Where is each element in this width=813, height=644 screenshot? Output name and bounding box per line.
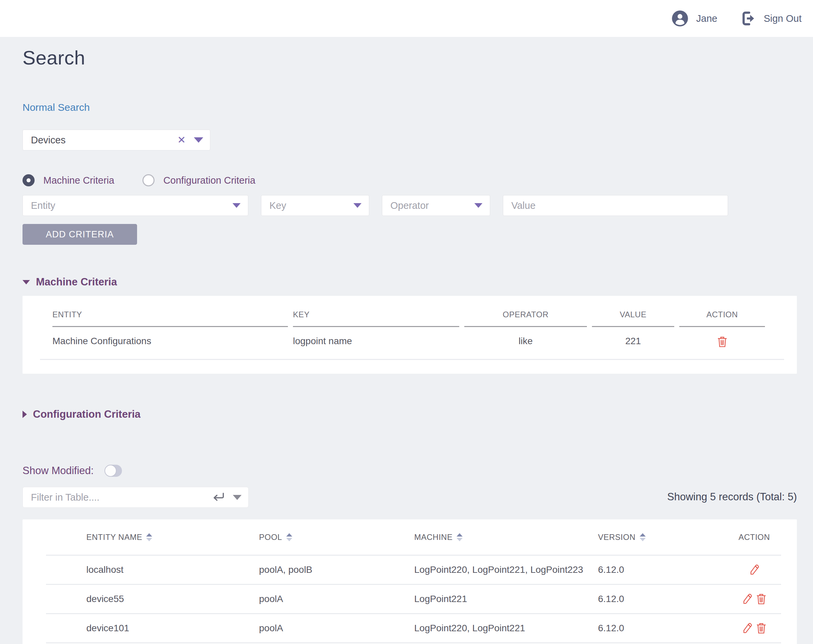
table-filter-input[interactable]	[31, 492, 212, 503]
main-content: Search Normal Search Devices ✕ Machine C…	[0, 46, 813, 644]
col-header-machine[interactable]: MACHINE	[414, 532, 598, 542]
machine-criteria-table-header: ENTITY KEY OPERATOR VALUE ACTION	[52, 310, 780, 327]
criteria-key-value: logpoint name	[293, 327, 459, 347]
cell-machine: LogPoint220, LogPoint221, LogPoint223	[414, 564, 598, 575]
criteria-type-radio-group: Machine Criteria Configuration Criteria	[23, 174, 797, 187]
radio-machine-criteria-label: Machine Criteria	[43, 175, 114, 186]
topbar: Jane Sign Out	[0, 0, 813, 37]
sign-out-icon	[741, 11, 756, 26]
col-header-pool[interactable]: POOL	[259, 532, 414, 542]
results-table-card: ENTITY NAME POOL MACHINE VERSION ACTION …	[23, 519, 797, 644]
show-modified-row: Show Modified:	[23, 465, 797, 477]
col-header-entity-name[interactable]: ENTITY NAME	[86, 532, 259, 542]
cell-version: 6.12.0	[598, 564, 734, 575]
cell-machine: LogPoint221	[414, 594, 598, 604]
cell-entity-name: device55	[86, 594, 259, 604]
sort-icon[interactable]	[146, 533, 152, 541]
user-menu[interactable]: Jane	[671, 10, 717, 27]
col-header-version[interactable]: VERSION	[598, 532, 734, 542]
cell-machine: LogPoint220, LogPoint221	[414, 623, 598, 633]
chevron-down-icon	[474, 203, 482, 208]
value-input[interactable]	[503, 195, 728, 216]
chevron-down-icon[interactable]	[194, 137, 203, 143]
normal-search-link[interactable]: Normal Search	[23, 102, 90, 113]
table-row: device55 poolA LogPoint221 6.12.0	[23, 585, 797, 613]
chevron-down-icon	[353, 203, 362, 208]
show-modified-label: Show Modified:	[23, 465, 94, 477]
key-dropdown-placeholder: Key	[270, 200, 353, 211]
divider	[40, 359, 784, 360]
criteria-value-value: 221	[592, 327, 674, 347]
add-criteria-button[interactable]: ADD CRITERIA	[23, 224, 137, 245]
divider	[46, 642, 781, 643]
records-summary: Showing 5 records (Total: 5)	[667, 491, 797, 503]
entity-type-select[interactable]: Devices ✕	[23, 130, 210, 150]
criteria-operator-value: like	[464, 327, 587, 347]
user-name: Jane	[696, 13, 717, 24]
table-filter	[23, 487, 249, 508]
col-header-key: KEY	[293, 310, 459, 327]
enter-key-icon[interactable]	[212, 491, 225, 503]
delete-criteria-icon[interactable]	[717, 336, 728, 347]
operator-dropdown-placeholder: Operator	[390, 200, 474, 211]
col-header-operator: OPERATOR	[464, 310, 587, 327]
cell-entity-name: device101	[86, 623, 259, 633]
user-avatar-icon	[671, 10, 689, 27]
cell-pool: poolA, poolB	[259, 564, 414, 575]
criteria-entity-value: Machine Configurations	[52, 327, 288, 347]
chevron-down-icon[interactable]	[233, 495, 242, 500]
sign-out-label: Sign Out	[764, 13, 802, 24]
edit-icon[interactable]	[749, 564, 759, 575]
radio-unselected-icon	[143, 174, 155, 187]
criteria-form: Entity Key Operator	[23, 195, 797, 216]
filter-row: Showing 5 records (Total: 5)	[23, 487, 797, 508]
clear-selection-icon[interactable]: ✕	[177, 135, 186, 145]
cell-pool: poolA	[259, 623, 414, 633]
edit-icon[interactable]	[742, 593, 753, 605]
chevron-down-icon	[233, 203, 241, 208]
col-header-value: VALUE	[592, 310, 674, 327]
delete-icon[interactable]	[756, 593, 767, 605]
sign-out-button[interactable]: Sign Out	[741, 11, 802, 26]
results-table-header: ENTITY NAME POOL MACHINE VERSION ACTION	[23, 519, 797, 555]
entity-dropdown[interactable]: Entity	[23, 195, 248, 216]
radio-selected-icon	[23, 174, 35, 187]
radio-configuration-criteria[interactable]: Configuration Criteria	[143, 174, 255, 187]
machine-criteria-section-title: Machine Criteria	[36, 276, 117, 288]
table-row: device101 poolA LogPoint220, LogPoint221…	[23, 614, 797, 642]
machine-criteria-card: ENTITY KEY OPERATOR VALUE ACTION Machine…	[23, 296, 797, 374]
col-header-entity: ENTITY	[52, 310, 288, 327]
configuration-criteria-section-header[interactable]: Configuration Criteria	[23, 408, 797, 421]
operator-dropdown[interactable]: Operator	[382, 195, 490, 216]
cell-version: 6.12.0	[598, 623, 734, 633]
table-row: localhost poolA, poolB LogPoint220, LogP…	[23, 556, 797, 584]
collapse-arrow-icon	[23, 280, 30, 285]
edit-icon[interactable]	[742, 623, 753, 634]
entity-dropdown-placeholder: Entity	[31, 200, 233, 211]
cell-entity-name: localhost	[86, 564, 259, 575]
entity-type-selected-value: Devices	[31, 135, 177, 146]
configuration-criteria-section-title: Configuration Criteria	[33, 408, 140, 421]
delete-icon[interactable]	[756, 623, 767, 634]
page-title: Search	[23, 46, 797, 69]
sort-icon[interactable]	[286, 533, 292, 541]
sort-icon[interactable]	[640, 533, 646, 541]
cell-pool: poolA	[259, 594, 414, 604]
cell-version: 6.12.0	[598, 594, 734, 604]
show-modified-toggle[interactable]	[105, 465, 122, 477]
col-header-action: ACTION	[679, 310, 765, 327]
expand-arrow-icon	[23, 411, 27, 418]
machine-criteria-section-header[interactable]: Machine Criteria	[23, 276, 797, 288]
machine-criteria-row: Machine Configurations logpoint name lik…	[52, 327, 780, 347]
col-header-action: ACTION	[734, 532, 775, 542]
radio-machine-criteria[interactable]: Machine Criteria	[23, 174, 114, 187]
sort-icon[interactable]	[457, 533, 463, 541]
radio-configuration-criteria-label: Configuration Criteria	[163, 175, 255, 186]
toggle-knob	[104, 465, 117, 477]
key-dropdown[interactable]: Key	[261, 195, 369, 216]
